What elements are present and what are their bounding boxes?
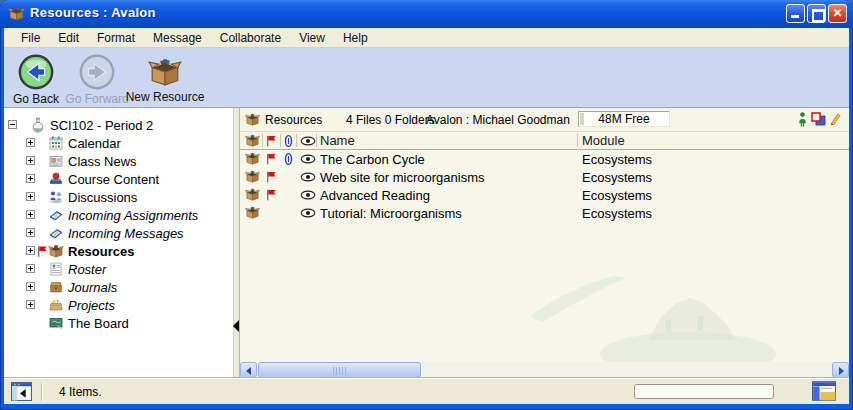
account-label: Avalon : Michael Goodman [426, 113, 570, 127]
module-column-header[interactable]: Module [582, 133, 625, 148]
file-module: Ecosystems [582, 152, 652, 167]
journal-icon [48, 279, 64, 295]
location-label: Resources [265, 113, 322, 127]
column-separator [262, 134, 263, 147]
pencil-icon[interactable] [830, 112, 841, 125]
apple-books-icon [48, 171, 64, 187]
tree-item-label[interactable]: Roster [68, 262, 106, 277]
file-row[interactable]: Advanced Reading Ecosystems [240, 186, 849, 204]
file-row[interactable]: The Carbon Cycle Ecosystems [240, 150, 849, 168]
book-icon [48, 207, 64, 223]
app-crate-icon [8, 5, 25, 22]
layers-icon[interactable] [811, 112, 826, 126]
scroll-right-button[interactable] [832, 362, 849, 378]
free-space-gauge: 48M Free [578, 111, 670, 127]
menu-collaborate[interactable]: Collaborate [211, 29, 290, 47]
eye-column-icon[interactable] [300, 136, 316, 146]
file-module: Ecosystems [582, 206, 652, 221]
resource-crate-icon [245, 151, 260, 166]
file-name[interactable]: Advanced Reading [320, 188, 430, 203]
title-bar[interactable]: Resources : Avalon [0, 0, 853, 28]
expand-box-icon[interactable] [26, 246, 35, 255]
file-name[interactable]: Tutorial: Microorganisms [320, 206, 462, 221]
name-column-header[interactable]: Name [320, 133, 355, 148]
flag-icon [37, 245, 47, 258]
column-header-row: Name Module [240, 132, 849, 150]
person-icon[interactable] [798, 112, 807, 127]
scroll-left-icon [246, 367, 251, 375]
paperclip-column-icon[interactable] [284, 134, 293, 148]
scrollbar-grip [333, 367, 347, 375]
crate-column-icon[interactable] [245, 133, 260, 148]
scroll-left-button[interactable] [240, 362, 257, 378]
expand-box-icon[interactable] [26, 300, 35, 309]
panel-splitter[interactable] [233, 108, 240, 378]
file-row[interactable]: Tutorial: Microorganisms Ecosystems [240, 204, 849, 222]
close-button[interactable] [828, 4, 847, 23]
new-resource-label: New Resource [124, 90, 206, 104]
file-folder-count: 4 Files 0 Folders [346, 113, 435, 127]
tree-item-label[interactable]: Projects [68, 298, 115, 313]
new-resource-icon [148, 55, 182, 89]
app-window: Resources : Avalon File Edit Format Mess… [0, 0, 853, 410]
tree-item-label[interactable]: Calendar [68, 136, 121, 151]
splitter-collapse-icon[interactable] [233, 320, 239, 332]
tree-item-label[interactable]: Class News [68, 154, 137, 169]
expand-box-icon[interactable] [26, 264, 35, 273]
status-progress-field [634, 384, 774, 399]
tree-item-label[interactable]: Resources [68, 244, 134, 259]
window-title: Resources : Avalon [30, 5, 156, 20]
menu-help[interactable]: Help [334, 29, 377, 47]
tree-item-label[interactable]: Course Content [68, 172, 159, 187]
expand-box-icon[interactable] [26, 210, 35, 219]
menu-edit[interactable]: Edit [49, 29, 88, 47]
eye-icon [300, 190, 316, 200]
expand-box-icon[interactable] [26, 192, 35, 201]
go-forward-icon [78, 53, 116, 91]
go-back-button[interactable]: Go Back [10, 51, 62, 106]
tree-item-label[interactable]: The Board [68, 316, 129, 331]
tree-item-label[interactable]: Discussions [68, 190, 137, 205]
expand-box-icon[interactable] [26, 174, 35, 183]
scrollbar-thumb[interactable] [258, 362, 421, 378]
maximize-button[interactable] [807, 4, 826, 23]
layout-panels-icon[interactable] [812, 381, 836, 401]
expand-box-icon[interactable] [26, 138, 35, 147]
flag-column-icon[interactable] [266, 135, 276, 147]
menu-format[interactable]: Format [88, 29, 144, 47]
flag-icon [266, 171, 276, 183]
statusbar-separator [41, 383, 42, 401]
scroll-right-icon [839, 367, 844, 375]
flag-icon [266, 189, 276, 201]
file-name[interactable]: The Carbon Cycle [320, 152, 425, 167]
expand-box-icon[interactable] [26, 228, 35, 237]
file-name[interactable]: Web site for microorganisms [320, 170, 484, 185]
menu-message[interactable]: Message [144, 29, 211, 47]
toggle-tree-panel-icon[interactable] [11, 382, 32, 401]
tree-item-label[interactable]: Incoming Assignments [68, 208, 198, 223]
column-separator [577, 134, 578, 147]
free-space-label: 48M Free [598, 112, 649, 126]
expand-box-icon[interactable] [26, 156, 35, 165]
menu-file[interactable]: File [12, 29, 49, 47]
tree-item-label[interactable]: Incoming Messages [68, 226, 184, 241]
horizontal-scrollbar[interactable] [240, 362, 849, 378]
menu-view[interactable]: View [290, 29, 334, 47]
calendar-icon [48, 135, 64, 151]
column-separator [296, 134, 297, 147]
toolbar: Go Back Go Forward New Resource [4, 48, 849, 108]
tree-root-label[interactable]: SCI102 - Period 2 [50, 118, 153, 133]
eye-icon [300, 172, 316, 182]
tree-item-label[interactable]: Journals [68, 280, 117, 295]
go-back-icon [17, 53, 55, 91]
expand-box-icon[interactable] [26, 282, 35, 291]
new-resource-button[interactable]: New Resource [124, 51, 206, 104]
resource-crate-icon [245, 205, 260, 220]
status-bar: 4 Items. [4, 378, 849, 404]
file-row[interactable]: Web site for microorganisms Ecosystems [240, 168, 849, 186]
file-list-panel: Resources 4 Files 0 Folders Avalon : Mic… [240, 108, 849, 378]
collapse-box-icon[interactable] [8, 120, 17, 129]
go-forward-button: Go Forward [62, 51, 132, 106]
minimize-button[interactable] [786, 4, 805, 23]
file-module: Ecosystems [582, 188, 652, 203]
